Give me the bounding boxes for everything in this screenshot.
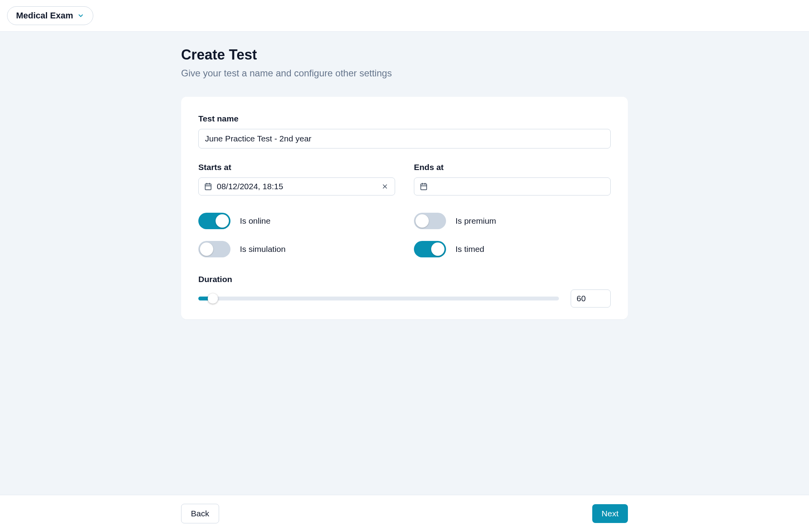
is-premium-row: Is premium <box>414 213 611 229</box>
svg-rect-6 <box>421 184 427 190</box>
test-name-input[interactable] <box>198 129 611 148</box>
is-online-label: Is online <box>240 216 270 226</box>
is-simulation-label: Is simulation <box>240 244 286 254</box>
is-online-row: Is online <box>198 213 395 229</box>
is-premium-label: Is premium <box>455 216 496 226</box>
close-icon <box>381 183 388 190</box>
duration-slider[interactable] <box>198 297 559 300</box>
starts-at-field: Starts at <box>198 163 395 195</box>
is-timed-label: Is timed <box>455 244 484 254</box>
back-button[interactable]: Back <box>181 504 219 523</box>
page-title: Create Test <box>181 47 628 63</box>
ends-at-field: Ends at <box>414 163 611 195</box>
top-bar: Medical Exam <box>0 0 809 32</box>
ends-at-label: Ends at <box>414 163 611 172</box>
starts-at-input[interactable] <box>217 182 376 191</box>
slider-thumb[interactable] <box>208 293 218 304</box>
exam-type-label: Medical Exam <box>16 11 73 21</box>
calendar-icon <box>204 183 212 190</box>
starts-at-input-wrap[interactable] <box>198 177 395 195</box>
ends-at-input-wrap[interactable] <box>414 177 611 195</box>
duration-label: Duration <box>198 275 611 284</box>
next-button[interactable]: Next <box>592 504 628 523</box>
clear-starts-at-button[interactable] <box>381 182 389 191</box>
is-simulation-toggle[interactable] <box>198 241 230 257</box>
exam-type-dropdown[interactable]: Medical Exam <box>7 6 93 25</box>
is-timed-toggle[interactable] <box>414 241 446 257</box>
page-subtitle: Give your test a name and configure othe… <box>181 68 628 79</box>
starts-at-label: Starts at <box>198 163 395 172</box>
is-simulation-row: Is simulation <box>198 241 395 257</box>
page-body: Create Test Give your test a name and co… <box>0 32 809 532</box>
chevron-down-icon <box>77 12 84 19</box>
ends-at-input[interactable] <box>432 182 605 191</box>
duration-value-input[interactable] <box>571 290 611 308</box>
footer-bar: Back Next <box>0 495 809 532</box>
duration-section: Duration <box>198 275 611 308</box>
test-name-label: Test name <box>198 114 611 123</box>
is-timed-row: Is timed <box>414 241 611 257</box>
is-premium-toggle[interactable] <box>414 213 446 229</box>
form-card: Test name Starts at <box>181 97 628 319</box>
svg-rect-0 <box>205 184 211 190</box>
is-online-toggle[interactable] <box>198 213 230 229</box>
calendar-icon <box>420 183 428 190</box>
